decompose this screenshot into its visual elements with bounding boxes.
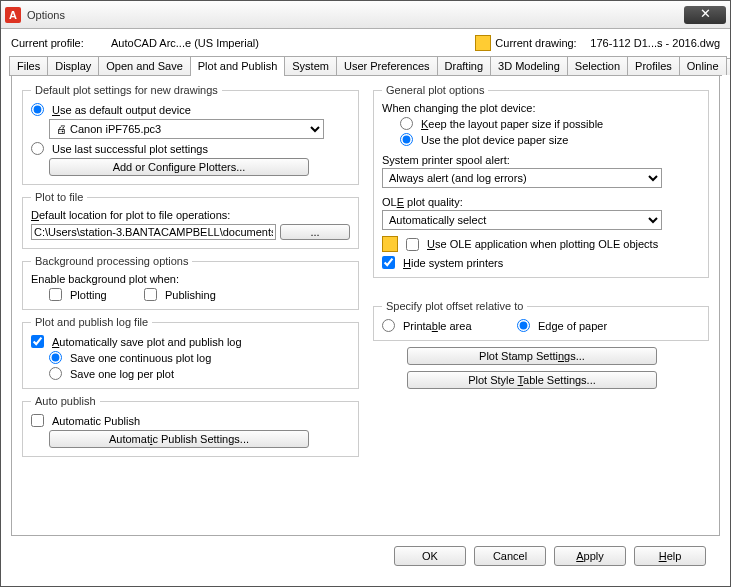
plot-stamp-settings-button[interactable]: Plot Stamp Settings... bbox=[407, 347, 657, 365]
default-plot-legend: Default plot settings for new drawings bbox=[31, 84, 222, 96]
general-plot-legend: General plot options bbox=[382, 84, 488, 96]
bg-publishing-check[interactable] bbox=[144, 288, 157, 301]
printable-area-label: Printable area bbox=[403, 320, 513, 332]
hide-printers-label: Hide system printers bbox=[403, 257, 503, 269]
spool-label: System printer spool alert: bbox=[382, 154, 700, 166]
window-title: Options bbox=[27, 9, 684, 21]
edge-of-paper-label: Edge of paper bbox=[538, 320, 607, 332]
drawing-icon bbox=[475, 35, 491, 51]
plot-style-table-settings-button[interactable]: Plot Style Table Settings... bbox=[407, 371, 657, 389]
bg-publishing-label: Publishing bbox=[165, 289, 216, 301]
use-default-output-label: Use as default output device bbox=[52, 104, 191, 116]
right-column: General plot options When changing the p… bbox=[373, 84, 709, 527]
dialog-footer: OK Cancel Apply Help bbox=[11, 536, 720, 576]
tab-selection[interactable]: Selection bbox=[567, 56, 628, 75]
automatic-publish-check[interactable] bbox=[31, 414, 44, 427]
use-default-output-radio[interactable] bbox=[31, 103, 44, 116]
use-device-size-radio[interactable] bbox=[400, 133, 413, 146]
tab-panel: Default plot settings for new drawings U… bbox=[11, 76, 720, 536]
use-last-plot-radio[interactable] bbox=[31, 142, 44, 155]
use-ole-check[interactable] bbox=[406, 238, 419, 251]
keep-layout-label: Keep the layout paper size if possible bbox=[421, 118, 603, 130]
one-continuous-radio[interactable] bbox=[49, 351, 62, 364]
hide-printers-check[interactable] bbox=[382, 256, 395, 269]
drawing-value: 176-112 D1...s - 2016.dwg bbox=[590, 37, 720, 49]
autopublish-group: Auto publish Automatic Publish Automatic… bbox=[22, 395, 359, 457]
titlebar: A Options ✕ bbox=[1, 1, 730, 29]
use-device-size-label: Use the plot device paper size bbox=[421, 134, 568, 146]
left-column: Default plot settings for new drawings U… bbox=[22, 84, 359, 527]
edge-of-paper-radio[interactable] bbox=[517, 319, 530, 332]
tab-drafting[interactable]: Drafting bbox=[437, 56, 492, 75]
app-icon: A bbox=[5, 7, 21, 23]
apply-button[interactable]: Apply bbox=[554, 546, 626, 566]
tab-user-prefs[interactable]: User Preferences bbox=[336, 56, 438, 75]
changing-device-label: When changing the plot device: bbox=[382, 102, 700, 114]
plot-to-file-legend: Plot to file bbox=[31, 191, 87, 203]
tab-3d-modeling[interactable]: 3D Modeling bbox=[490, 56, 568, 75]
use-last-plot-label: Use last successful plot settings bbox=[52, 143, 208, 155]
default-device-select[interactable]: 🖨 Canon iPF765.pc3 bbox=[49, 119, 324, 139]
offset-group: Specify plot offset relative to Printabl… bbox=[373, 300, 709, 341]
ok-button[interactable]: OK bbox=[394, 546, 466, 566]
browse-button[interactable]: ... bbox=[280, 224, 350, 240]
plot-file-loc-label: Default location for plot to file operat… bbox=[31, 209, 350, 221]
tab-plot-publish[interactable]: Plot and Publish bbox=[190, 56, 286, 76]
background-group: Background processing options Enable bac… bbox=[22, 255, 359, 310]
tabstrip: Files Display Open and Save Plot and Pub… bbox=[9, 55, 722, 76]
bg-plotting-label: Plotting bbox=[70, 289, 140, 301]
default-plot-group: Default plot settings for new drawings U… bbox=[22, 84, 359, 185]
tab-system[interactable]: System bbox=[284, 56, 337, 75]
drawing-label: Current drawing: bbox=[495, 37, 590, 49]
tab-open-save[interactable]: Open and Save bbox=[98, 56, 190, 75]
enable-bg-label: Enable background plot when: bbox=[31, 273, 350, 285]
one-continuous-label: Save one continuous plot log bbox=[70, 352, 211, 364]
background-legend: Background processing options bbox=[31, 255, 192, 267]
logfile-legend: Plot and publish log file bbox=[31, 316, 152, 328]
ole-quality-label: OLE plot quality: bbox=[382, 196, 700, 208]
one-per-plot-label: Save one log per plot bbox=[70, 368, 174, 380]
one-per-plot-radio[interactable] bbox=[49, 367, 62, 380]
printable-area-radio[interactable] bbox=[382, 319, 395, 332]
autopublish-legend: Auto publish bbox=[31, 395, 100, 407]
auto-save-log-check[interactable] bbox=[31, 335, 44, 348]
general-plot-group: General plot options When changing the p… bbox=[373, 84, 709, 278]
plot-to-file-group: Plot to file Default location for plot t… bbox=[22, 191, 359, 249]
cancel-button[interactable]: Cancel bbox=[474, 546, 546, 566]
tab-display[interactable]: Display bbox=[47, 56, 99, 75]
spool-select[interactable]: Always alert (and log errors) bbox=[382, 168, 662, 188]
profile-label: Current profile: bbox=[11, 37, 111, 49]
tab-scroll-left[interactable]: ◄ bbox=[726, 58, 730, 75]
help-button[interactable]: Help bbox=[634, 546, 706, 566]
profile-row: Current profile: AutoCAD Arc...e (US Imp… bbox=[11, 35, 720, 51]
tab-online[interactable]: Online bbox=[679, 56, 727, 75]
automatic-publish-label: Automatic Publish bbox=[52, 415, 140, 427]
logfile-group: Plot and publish log file Automatically … bbox=[22, 316, 359, 389]
tab-profiles[interactable]: Profiles bbox=[627, 56, 680, 75]
offset-legend: Specify plot offset relative to bbox=[382, 300, 527, 312]
use-ole-label: Use OLE application when plotting OLE ob… bbox=[427, 238, 658, 250]
keep-layout-radio[interactable] bbox=[400, 117, 413, 130]
auto-save-log-label: Automatically save plot and publish log bbox=[52, 336, 242, 348]
profile-value: AutoCAD Arc...e (US Imperial) bbox=[111, 37, 291, 49]
bg-plotting-check[interactable] bbox=[49, 288, 62, 301]
ole-icon bbox=[382, 236, 398, 252]
ole-quality-select[interactable]: Automatically select bbox=[382, 210, 662, 230]
tab-files[interactable]: Files bbox=[9, 56, 48, 75]
auto-publish-settings-button[interactable]: Automatic Publish Settings... bbox=[49, 430, 309, 448]
options-window: A Options ✕ Current profile: AutoCAD Arc… bbox=[0, 0, 731, 587]
content: Current profile: AutoCAD Arc...e (US Imp… bbox=[1, 29, 730, 586]
plot-file-path-input[interactable] bbox=[31, 224, 276, 240]
close-button[interactable]: ✕ bbox=[684, 6, 726, 24]
add-configure-plotters-button[interactable]: Add or Configure Plotters... bbox=[49, 158, 309, 176]
